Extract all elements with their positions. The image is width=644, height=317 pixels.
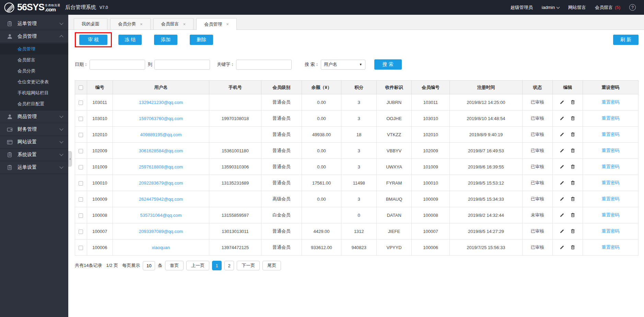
tab-close-icon[interactable]: × [183, 22, 186, 26]
sidebar-item-finance[interactable]: 财务管理 [0, 123, 68, 136]
sidebar-item-website[interactable]: 网站设置 [0, 136, 68, 149]
user-menu[interactable]: iadmin [542, 5, 559, 10]
member-messages-link[interactable]: 会员留言 (5) [595, 4, 620, 11]
select-all-checkbox[interactable] [79, 85, 83, 90]
tab[interactable]: 会员管理 × [196, 18, 237, 30]
edit-icon[interactable] [560, 196, 565, 202]
keyword-input[interactable] [236, 60, 292, 70]
sidebar-collapse-handle[interactable]: ‹ [68, 151, 72, 167]
reset-password-link[interactable]: 重置密码 [602, 99, 620, 105]
tab-close-icon[interactable]: × [226, 22, 229, 26]
trash-icon[interactable] [570, 148, 576, 153]
table-row: 100010 2092283679@qq.com 13135231689 普通会… [75, 175, 639, 191]
edit-icon[interactable] [560, 99, 565, 105]
cell-balance: 0.00 [302, 94, 341, 110]
trash-icon[interactable] [570, 132, 576, 137]
username-link[interactable]: 2092283679@qq.com [139, 180, 183, 186]
sidebar-item-waybill[interactable]: 运单管理 [0, 17, 68, 30]
sidebar-subitem[interactable]: 会员留言 [0, 55, 68, 66]
reset-password-link[interactable]: 重置密码 [602, 196, 620, 201]
row-checkbox[interactable] [79, 246, 83, 250]
delete-button[interactable]: 删除 [190, 35, 213, 45]
reset-password-link[interactable]: 重置密码 [602, 212, 620, 218]
freeze-button[interactable]: 冻 结 [118, 35, 142, 45]
per-page-input[interactable] [143, 261, 155, 270]
edit-icon[interactable] [560, 180, 565, 186]
sidebar-item-goods[interactable]: 商品管理 [0, 110, 68, 123]
sidebar-item-system[interactable]: 系统设置 [0, 149, 68, 161]
username-link[interactable]: 1329421230@qq.com [139, 100, 183, 105]
page-number-button[interactable]: 1 [212, 261, 222, 270]
username-link[interactable]: 409889195@qq.com [140, 132, 182, 137]
user-role: 超级管理员 [511, 4, 533, 11]
sidebar-subitem[interactable]: 会员分类 [0, 66, 68, 77]
edit-icon[interactable] [560, 245, 565, 250]
row-checkbox[interactable] [79, 149, 83, 153]
page-number-button[interactable]: 2 [224, 261, 234, 270]
reset-password-link[interactable]: 重置密码 [602, 164, 620, 169]
refresh-button[interactable]: 刷 新 [613, 35, 639, 45]
trash-icon[interactable] [570, 228, 576, 234]
row-checkbox[interactable] [79, 213, 83, 218]
search-button[interactable]: 搜 索 [374, 59, 402, 70]
tab[interactable]: 我的桌面 [74, 18, 107, 30]
last-page-button[interactable]: 尾页 [262, 261, 281, 270]
site-messages-link[interactable]: 网站留言 [568, 4, 586, 11]
trash-icon[interactable] [570, 180, 576, 186]
sidebar-item-member[interactable]: 会员管理 [0, 30, 68, 43]
row-checkbox[interactable] [79, 101, 83, 105]
username-link[interactable]: 3061628584@qq.com [139, 148, 183, 153]
trash-icon[interactable] [570, 164, 576, 169]
edit-icon[interactable] [560, 212, 565, 218]
edit-icon[interactable] [560, 132, 565, 137]
sidebar-subitem[interactable]: 会员管理 [0, 44, 68, 55]
edit-icon[interactable] [560, 228, 565, 234]
reset-password-link[interactable]: 重置密码 [602, 148, 620, 153]
reset-password-link[interactable]: 重置密码 [602, 180, 620, 185]
username-link[interactable]: 2624475942@qq.com [139, 197, 183, 202]
username-link[interactable]: 535731064@qq.com [140, 213, 182, 218]
row-checkbox[interactable] [79, 181, 83, 186]
search-type-select[interactable]: 用户名 ▼ [321, 60, 365, 70]
edit-icon[interactable] [560, 116, 565, 121]
date-to-input[interactable] [154, 60, 210, 70]
audit-button[interactable]: 审 核 [79, 35, 107, 45]
tab[interactable]: 会员留言 × [153, 18, 194, 30]
date-from-input[interactable] [90, 60, 145, 70]
sidebar-item-waybill-settings[interactable]: 运单设置 [0, 161, 68, 174]
username: iadmin [542, 5, 555, 10]
username-link[interactable]: 2597618808@qq.com [139, 164, 183, 169]
edit-icon[interactable] [560, 164, 565, 169]
cell-id: 101009 [87, 159, 113, 175]
next-page-button[interactable]: 下一页 [237, 261, 260, 270]
chevron-icon [59, 152, 63, 156]
username-link[interactable]: 2093397089@qq.com [139, 229, 183, 234]
system-icon [7, 152, 13, 158]
username-link[interactable]: xiaoquan [152, 245, 170, 250]
reset-password-link[interactable]: 重置密码 [602, 245, 620, 250]
trash-icon[interactable] [570, 99, 576, 105]
reset-password-link[interactable]: 重置密码 [602, 116, 620, 121]
row-checkbox[interactable] [79, 165, 83, 169]
row-checkbox[interactable] [79, 197, 83, 202]
prev-page-button[interactable]: 上一页 [186, 261, 209, 270]
first-page-button[interactable]: 首页 [165, 261, 184, 270]
help-icon[interactable]: ? [629, 4, 636, 11]
edit-icon[interactable] [560, 148, 565, 153]
row-checkbox[interactable] [79, 117, 83, 121]
trash-icon[interactable] [570, 116, 576, 121]
row-checkbox[interactable] [79, 133, 83, 137]
reset-password-link[interactable]: 重置密码 [602, 228, 620, 234]
trash-icon[interactable] [570, 245, 576, 250]
trash-icon[interactable] [570, 212, 576, 218]
row-checkbox[interactable] [79, 230, 83, 234]
sidebar-subitem[interactable]: 仓位变更记录表 [0, 77, 68, 87]
sidebar-subitem[interactable]: 手机端网站栏目 [0, 87, 68, 98]
username-link[interactable]: 1597063760@qq.com [139, 116, 183, 121]
tab[interactable]: 会员分类 × [110, 18, 151, 30]
trash-icon[interactable] [570, 196, 576, 202]
add-button[interactable]: 添加 [154, 35, 177, 45]
reset-password-link[interactable]: 重置密码 [602, 132, 620, 137]
sidebar-subitem[interactable]: 会员栏目配置 [0, 98, 68, 109]
tab-close-icon[interactable]: × [140, 22, 143, 26]
